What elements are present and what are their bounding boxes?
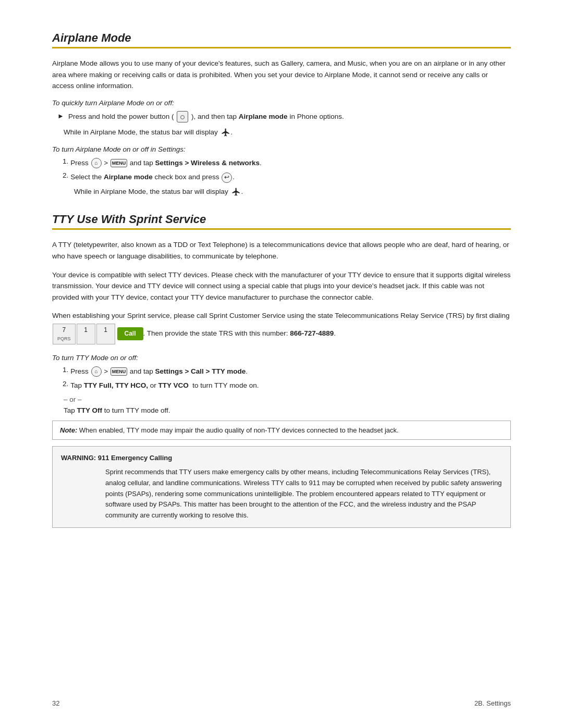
tty-step1: 1. Press ⌂ > MENU and tap Settings > Cal… [63, 366, 511, 377]
airplane-mode-body1: Airplane Mode allows you to use many of … [52, 58, 511, 92]
tty-body1: A TTY (teletypewriter, also known as a T… [52, 239, 511, 262]
bullet-arrow-icon: ► [57, 112, 64, 120]
back-button-icon: ↩ [222, 172, 232, 183]
tty-section-divider [52, 228, 511, 230]
section-label: 2B. Settings [474, 699, 511, 707]
quick-turn-text: Press and hold the power button ( ), and… [68, 111, 344, 122]
airplane-mode-title: Airplane Mode [52, 31, 511, 45]
or-separator: – or – [64, 396, 511, 403]
tty-body3: When establishing your Sprint service, p… [52, 310, 511, 346]
page-footer: 32 2B. Settings [52, 699, 511, 707]
quick-turn-heading: To quickly turn Airplane Mode on or off: [52, 99, 511, 107]
note-box: Note: When enabled, TTY mode may impair … [52, 421, 511, 440]
call-button[interactable]: Call [117, 327, 143, 340]
airplane-mode-section: Airplane Mode Airplane Mode allows you t… [52, 31, 511, 197]
settings-steps: 1. Press ⌂ > MENU and tap Settings > Wir… [63, 157, 511, 198]
settings-step2: 2. Select the Airplane mode check box an… [63, 171, 511, 183]
airplane-status-icon-2 [231, 187, 241, 196]
power-button-icon [177, 111, 188, 122]
tty-steps: 1. Press ⌂ > MENU and tap Settings > Cal… [63, 366, 511, 391]
tty-section: TTY Use With Sprint Service A TTY (telet… [52, 213, 511, 528]
trs-key-7: 7PQRS [53, 324, 76, 344]
home-button-icon: ⌂ [91, 158, 102, 168]
home-button-icon-2: ⌂ [91, 366, 102, 377]
tty-turn-on-heading: To turn TTY Mode on or off: [52, 354, 511, 362]
settings-heading: To turn Airplane Mode on or off in Setti… [52, 145, 511, 153]
warning-title: WARNING: 911 Emergency Calling [61, 453, 502, 464]
airplane-status-icon [221, 128, 230, 137]
quick-turn-indent: While in Airplane Mode, the status bar w… [64, 127, 511, 138]
page-number: 32 [52, 699, 59, 707]
tap-off-text: Tap TTY Off to turn TTY mode off. [64, 406, 511, 414]
warning-box: WARNING: 911 Emergency Calling Sprint re… [52, 446, 511, 528]
tty-title: TTY Use With Sprint Service [52, 213, 511, 226]
trs-dial-row: 7PQRS 1 1 Call [52, 324, 143, 344]
settings-step2-indent: While in Airplane Mode, the status bar w… [74, 186, 511, 198]
section-divider [52, 47, 511, 48]
trs-key-1b: 1 [96, 324, 115, 344]
menu-button-icon-2: MENU [111, 367, 127, 376]
tty-step2: 2. Tap TTY Full, TTY HCO, or TTY VCO to … [63, 380, 511, 391]
tty-body2: Your device is compatible with select TT… [52, 269, 511, 303]
settings-step1: 1. Press ⌂ > MENU and tap Settings > Wir… [63, 157, 511, 169]
quick-turn-step: ► Press and hold the power button ( ), a… [57, 111, 511, 122]
trs-key-1a: 1 [77, 324, 95, 344]
warning-body: Sprint recommends that TTY users make em… [105, 467, 502, 521]
menu-button-icon: MENU [111, 159, 127, 167]
note-label: Note: When enabled, TTY mode may impair … [60, 426, 399, 434]
